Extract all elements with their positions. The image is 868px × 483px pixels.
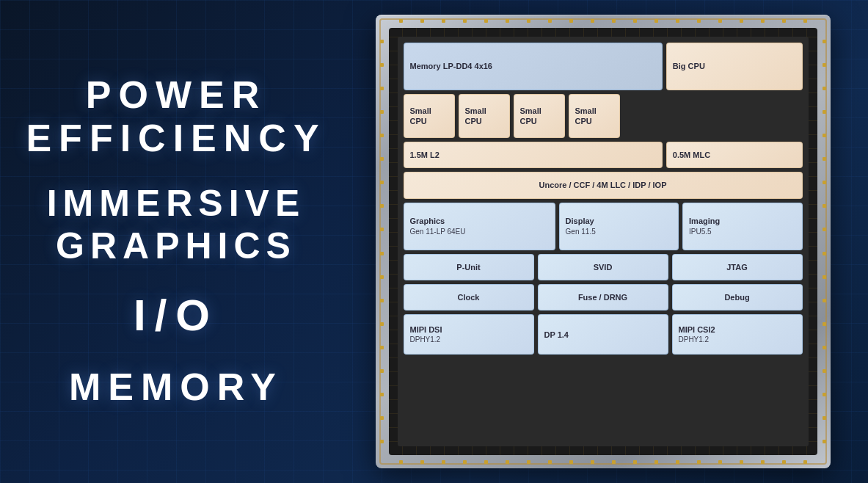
punit-block: P-Unit <box>404 254 534 280</box>
small-cpu-1: Small CPU <box>404 94 455 138</box>
jtag-block: JTAG <box>672 254 803 280</box>
big-cpu-block: Big CPU <box>666 43 803 90</box>
row-uncore: Uncore / CCF / 4M LLC / IDP / IOP <box>404 172 803 198</box>
left-panel: POWER EFFICIENCY IMMERSIVE GRAPHICS I/O … <box>0 0 352 483</box>
clock-block: Clock <box>404 284 534 310</box>
heading-memory: MEMORY <box>69 364 283 410</box>
gold-dots-bottom <box>376 460 831 464</box>
row-io: MIPI DSI DPHY1.2 DP 1.4 MIPI CSI2 DPHY1.… <box>404 314 803 355</box>
mipi-dsi-block: MIPI DSI DPHY1.2 <box>404 314 534 355</box>
row-clock: Clock Fuse / DRNG Debug <box>404 284 803 310</box>
small-cpu-2: Small CPU <box>459 94 510 138</box>
chip-inner: Memory LP-DD4 4x16 Big CPU Small CPU <box>389 28 817 455</box>
memory-block: Memory LP-DD4 4x16 <box>404 43 663 90</box>
die-area: Memory LP-DD4 4x16 Big CPU Small CPU <box>398 37 809 446</box>
svid-block: SVID <box>538 254 668 280</box>
gold-dots-left <box>380 15 384 468</box>
fuse-block: Fuse / DRNG <box>538 284 668 310</box>
row-l2: 1.5M L2 0.5M MLC <box>404 142 803 168</box>
row-small-cpu: Small CPU Small CPU Small CPU Small <box>404 94 803 138</box>
row-graphics: Graphics Gen 11-LP 64EU Display Gen 11.5… <box>404 203 803 250</box>
l2-block: 1.5M L2 <box>404 142 663 168</box>
big-cpu-extension <box>638 94 803 138</box>
small-cpu-3: Small CPU <box>514 94 565 138</box>
heading-power-efficiency: POWER EFFICIENCY <box>26 73 326 161</box>
uncore-block: Uncore / CCF / 4M LLC / IDP / IOP <box>404 172 803 198</box>
mipi-csi-block: MIPI CSI2 DPHY1.2 <box>672 314 803 355</box>
display-block: Display Gen 11.5 <box>559 203 679 250</box>
row-memory: Memory LP-DD4 4x16 Big CPU <box>404 43 803 90</box>
chip-outer: Memory LP-DD4 4x16 Big CPU Small CPU <box>376 15 831 468</box>
heading-io: I/O <box>134 289 219 342</box>
graphics-block: Graphics Gen 11-LP 64EU <box>404 203 555 250</box>
gold-dots-top <box>376 19 831 23</box>
small-cpu-4: Small CPU <box>569 94 620 138</box>
mlc-block: 0.5M MLC <box>666 142 803 168</box>
small-cpu-group: Small CPU Small CPU Small CPU Small <box>404 94 634 138</box>
gold-dots-right <box>823 15 826 468</box>
imaging-block: Imaging IPU5.5 <box>682 203 802 250</box>
row-punit: P-Unit SVID JTAG <box>404 254 803 280</box>
dp-block: DP 1.4 <box>538 314 668 355</box>
debug-block: Debug <box>672 284 803 310</box>
right-panel: Memory LP-DD4 4x16 Big CPU Small CPU <box>352 0 868 483</box>
heading-immersive-graphics: IMMERSIVE GRAPHICS <box>47 183 306 267</box>
